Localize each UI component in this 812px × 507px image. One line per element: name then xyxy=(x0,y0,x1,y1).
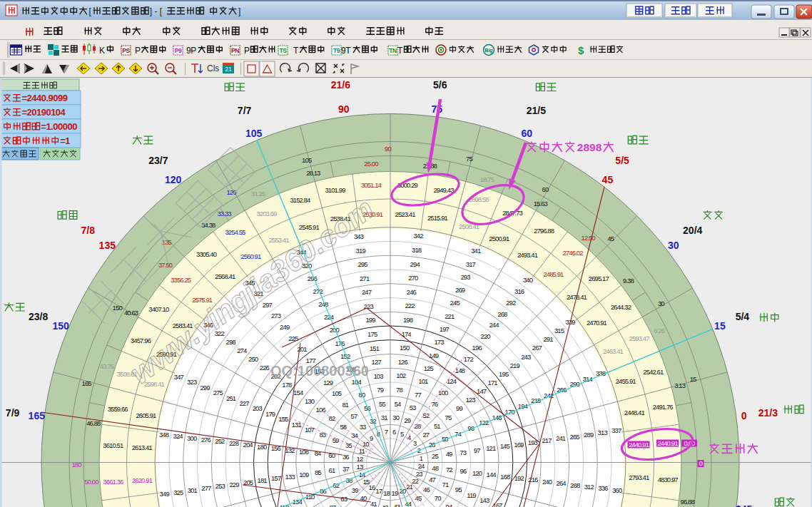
svg-text:273: 273 xyxy=(271,312,281,319)
svg-text:51: 51 xyxy=(434,422,440,430)
svg-text:3254.55: 3254.55 xyxy=(225,228,245,236)
svg-text:TN: TN xyxy=(389,47,397,54)
svg-text:145: 145 xyxy=(500,442,510,450)
svg-text:9: 9 xyxy=(370,434,373,442)
svg-text:33: 33 xyxy=(360,423,366,431)
svg-text:129: 129 xyxy=(323,379,333,386)
svg-text:3457.96: 3457.96 xyxy=(131,337,151,344)
svg-text:150: 150 xyxy=(52,320,69,332)
svg-text:105: 105 xyxy=(245,128,263,139)
svg-text:222: 222 xyxy=(405,302,415,309)
svg-text:41: 41 xyxy=(370,500,377,507)
svg-text:87: 87 xyxy=(330,503,336,507)
svg-text:76: 76 xyxy=(431,400,437,408)
svg-text:199: 199 xyxy=(365,316,375,324)
svg-text:319: 319 xyxy=(356,247,366,255)
svg-text:43.75: 43.75 xyxy=(100,362,114,370)
svg-text:77: 77 xyxy=(415,391,421,399)
svg-text:21/6: 21/6 xyxy=(331,79,350,91)
svg-text:155: 155 xyxy=(278,415,288,423)
svg-text:288: 288 xyxy=(570,481,580,489)
svg-text:57: 57 xyxy=(351,412,357,420)
svg-text:75: 75 xyxy=(466,155,472,163)
svg-text:2620.91: 2620.91 xyxy=(132,476,153,484)
svg-text:70: 70 xyxy=(435,494,441,502)
svg-text:79: 79 xyxy=(377,386,383,394)
svg-text:27: 27 xyxy=(422,431,429,439)
svg-text:165: 165 xyxy=(82,379,92,387)
svg-text:324: 324 xyxy=(173,432,183,440)
svg-text:21/5: 21/5 xyxy=(527,105,546,116)
svg-text:T9: T9 xyxy=(333,47,340,54)
svg-text:6: 6 xyxy=(392,428,396,436)
svg-text:=1: =1 xyxy=(60,135,70,146)
svg-text:2553.41: 2553.41 xyxy=(269,236,290,244)
svg-text:196: 196 xyxy=(472,344,482,352)
svg-text:99: 99 xyxy=(456,404,462,412)
svg-text:P9: P9 xyxy=(175,47,182,54)
svg-text:15: 15 xyxy=(714,320,726,332)
svg-text:171: 171 xyxy=(488,379,498,386)
svg-text:221: 221 xyxy=(445,312,455,320)
svg-text:168: 168 xyxy=(500,473,510,481)
svg-text:291: 291 xyxy=(543,335,553,343)
svg-text:20/4: 20/4 xyxy=(683,225,702,236)
svg-text:269: 269 xyxy=(455,286,465,294)
svg-text:47: 47 xyxy=(429,476,435,483)
svg-text:292: 292 xyxy=(506,299,516,307)
svg-text:133: 133 xyxy=(285,473,295,481)
svg-text:181: 181 xyxy=(258,476,268,484)
svg-text:75: 75 xyxy=(445,414,452,421)
svg-text:2605.91: 2605.91 xyxy=(136,411,156,419)
svg-text:84: 84 xyxy=(315,449,321,457)
svg-text:348: 348 xyxy=(159,431,169,439)
svg-text:2793.41: 2793.41 xyxy=(629,473,649,481)
svg-text:265: 265 xyxy=(570,433,580,441)
svg-text:31: 31 xyxy=(381,414,387,421)
svg-text:149: 149 xyxy=(429,352,439,359)
svg-text:45: 45 xyxy=(602,174,614,185)
svg-text:5/6: 5/6 xyxy=(433,79,447,91)
svg-text:3407.10: 3407.10 xyxy=(148,305,169,313)
svg-text:251: 251 xyxy=(226,394,236,402)
svg-text:3559.66: 3559.66 xyxy=(108,405,128,413)
svg-text:71: 71 xyxy=(442,481,449,488)
svg-text:2949.43: 2949.43 xyxy=(433,186,454,194)
svg-text:337: 337 xyxy=(611,426,621,434)
svg-text:2491.76: 2491.76 xyxy=(653,403,674,411)
svg-text:23/8: 23/8 xyxy=(29,311,48,322)
svg-text:3.13: 3.13 xyxy=(674,381,686,389)
svg-text:3661.36: 3661.36 xyxy=(103,478,123,486)
svg-text:43: 43 xyxy=(393,503,400,507)
svg-text:23/7: 23/7 xyxy=(148,155,168,166)
svg-text:3356.25: 3356.25 xyxy=(171,276,191,284)
svg-text:293: 293 xyxy=(460,273,470,281)
svg-text:295: 295 xyxy=(357,260,367,268)
svg-text:33.33: 33.33 xyxy=(217,210,231,217)
svg-text:1: 1 xyxy=(420,454,423,462)
svg-text:2898: 2898 xyxy=(577,141,602,153)
svg-text:81: 81 xyxy=(342,401,348,409)
svg-text:2568.41: 2568.41 xyxy=(215,272,235,280)
svg-text:97: 97 xyxy=(474,446,480,454)
svg-text:19: 19 xyxy=(392,489,398,497)
svg-text:147: 147 xyxy=(477,387,487,395)
svg-text:=2440.9099: =2440.9099 xyxy=(21,93,67,103)
svg-text:] - [: ] - [ xyxy=(150,6,163,16)
svg-text:349: 349 xyxy=(160,490,170,498)
svg-text:7: 7 xyxy=(385,428,388,436)
svg-text:5: 5 xyxy=(400,430,404,438)
svg-text:60: 60 xyxy=(328,451,335,459)
svg-text:60: 60 xyxy=(522,128,533,139)
svg-text:90: 90 xyxy=(338,103,350,115)
svg-text:2560.91: 2560.91 xyxy=(240,252,261,260)
svg-text:226: 226 xyxy=(260,364,270,372)
svg-text:90: 90 xyxy=(385,145,391,153)
svg-text:103: 103 xyxy=(373,372,383,380)
svg-text:296: 296 xyxy=(308,275,318,282)
svg-text:QQ:100800360: QQ:100800360 xyxy=(270,363,369,379)
svg-text:2695.17: 2695.17 xyxy=(589,275,609,282)
svg-text:325: 325 xyxy=(173,488,183,496)
svg-text:342: 342 xyxy=(413,232,423,240)
svg-text:=20190104: =20190104 xyxy=(21,107,66,118)
